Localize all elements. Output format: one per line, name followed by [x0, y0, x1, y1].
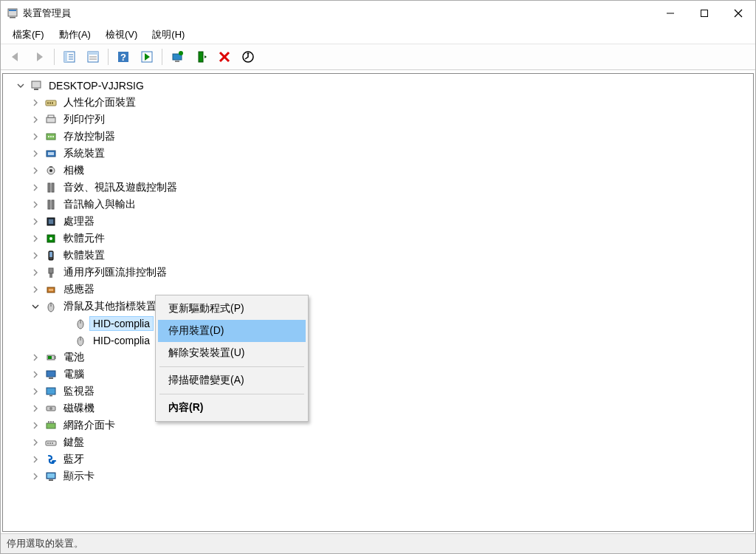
svg-rect-82: [47, 473, 55, 478]
chevron-right-icon[interactable]: [30, 148, 41, 160]
tree-category[interactable]: 音訊輸入與輸出: [7, 196, 753, 213]
tree-category[interactable]: 音效、視訊及遊戲控制器: [7, 179, 753, 196]
chevron-right-icon[interactable]: [30, 471, 41, 482]
chevron-right-icon[interactable]: [30, 199, 41, 211]
update-driver-button[interactable]: [166, 46, 188, 68]
tree-device[interactable]: HID-complia: [7, 315, 753, 332]
category-icon: [44, 453, 58, 466]
tree-category[interactable]: 鍵盤: [7, 434, 753, 451]
toolbar: ?: [1, 44, 755, 70]
chevron-right-icon[interactable]: [30, 352, 41, 363]
chevron-right-icon[interactable]: [30, 250, 41, 261]
help-button[interactable]: ?: [112, 46, 134, 68]
chevron-right-icon[interactable]: [30, 420, 41, 431]
tree-item-label: 存放控制器: [61, 129, 118, 144]
context-menu-separator: [159, 394, 304, 394]
category-icon: [44, 249, 58, 262]
tree-device[interactable]: HID-complia: [7, 332, 753, 349]
chevron-right-icon[interactable]: [30, 182, 41, 194]
menu-help[interactable]: 說明(H): [145, 26, 192, 44]
scan-hardware-button[interactable]: [237, 46, 259, 68]
tree-category[interactable]: 系統裝置: [7, 145, 753, 162]
svg-rect-74: [48, 421, 49, 423]
category-icon: [44, 266, 58, 279]
chevron-right-icon[interactable]: [30, 114, 41, 126]
tree-category[interactable]: 相機: [7, 162, 753, 179]
context-menu-properties[interactable]: 內容(R): [158, 397, 306, 419]
chevron-right-icon[interactable]: [30, 131, 41, 143]
tree-category[interactable]: 磁碟機: [7, 400, 753, 417]
statusbar-text: 停用選取的裝置。: [7, 537, 83, 550]
tree-category[interactable]: 軟體裝置: [7, 247, 753, 264]
context-menu-uninstall-device[interactable]: 解除安裝裝置(U): [158, 342, 306, 364]
chevron-right-icon[interactable]: [30, 216, 41, 228]
category-icon: [44, 470, 58, 483]
category-icon: [44, 198, 58, 211]
context-menu-scan-hardware[interactable]: 掃描硬體變更(A): [158, 369, 306, 391]
svg-rect-78: [47, 442, 49, 444]
menu-action[interactable]: 動作(A): [52, 26, 98, 44]
device-tree[interactable]: DESKTOP-VJJRSIG 人性化介面裝置列印佇列存放控制器系統裝置相機音效…: [3, 74, 753, 531]
tree-category[interactable]: 列印佇列: [7, 111, 753, 128]
tree-category[interactable]: 人性化介面裝置: [7, 94, 753, 111]
tree-category[interactable]: 軟體元件: [7, 230, 753, 247]
toolbar-separator: [54, 49, 55, 65]
tree-category[interactable]: 滑鼠及其他指標裝置: [7, 298, 753, 315]
tree-item-label: 通用序列匯流排控制器: [61, 265, 170, 280]
nav-back-button[interactable]: [4, 46, 27, 68]
tree-item-label: 滑鼠及其他指標裝置: [61, 299, 159, 314]
svg-rect-8: [64, 52, 67, 62]
svg-point-36: [50, 136, 52, 137]
svg-rect-32: [47, 117, 55, 123]
properties-button[interactable]: [82, 46, 104, 68]
tree-category[interactable]: 存放控制器: [7, 128, 753, 145]
chevron-right-icon[interactable]: [30, 403, 41, 414]
chevron-right-icon[interactable]: [30, 437, 41, 448]
tree-root[interactable]: DESKTOP-VJJRSIG: [7, 77, 753, 94]
chevron-right-icon[interactable]: [30, 454, 41, 465]
context-menu-disable-device[interactable]: 停用裝置(D): [158, 320, 306, 342]
category-icon: [44, 181, 58, 194]
tree-category[interactable]: 監視器: [7, 383, 753, 400]
svg-rect-57: [49, 289, 53, 291]
chevron-right-icon[interactable]: [30, 165, 41, 177]
uninstall-device-button[interactable]: [213, 46, 236, 68]
svg-rect-27: [34, 89, 38, 90]
show-tree-button[interactable]: [58, 46, 80, 68]
minimize-button[interactable]: [653, 1, 687, 26]
chevron-right-icon[interactable]: [30, 284, 41, 295]
chevron-down-icon[interactable]: [15, 80, 27, 92]
context-menu-update-driver[interactable]: 更新驅動程式(P): [158, 298, 306, 320]
maximize-button[interactable]: [687, 1, 721, 26]
tree-category[interactable]: 藍牙: [7, 451, 753, 468]
svg-rect-75: [50, 421, 52, 423]
tree-category[interactable]: 通用序列匯流排控制器: [7, 264, 753, 281]
svg-rect-45: [48, 200, 50, 209]
chevron-right-icon[interactable]: [30, 267, 41, 278]
tree-category[interactable]: 感應器: [7, 281, 753, 298]
close-button[interactable]: [721, 1, 755, 26]
svg-rect-44: [52, 183, 54, 192]
chevron-right-icon[interactable]: [30, 386, 41, 397]
tree-category[interactable]: 網路介面卡: [7, 417, 753, 434]
device-manager-window: 裝置管理員 檔案(F) 動作(A) 檢視(V) 說明(H): [0, 0, 756, 554]
chevron-right-icon[interactable]: [30, 233, 41, 244]
svg-rect-42: [49, 166, 52, 168]
category-icon: [44, 232, 58, 245]
menu-view[interactable]: 檢視(V): [98, 26, 145, 44]
refresh-button[interactable]: [136, 46, 158, 68]
tree-item-label: 電腦: [61, 367, 87, 382]
enable-device-button[interactable]: [190, 46, 212, 68]
chevron-right-icon[interactable]: [30, 369, 41, 380]
chevron-down-icon[interactable]: [30, 301, 41, 312]
svg-rect-65: [55, 356, 56, 359]
tree-category[interactable]: 處理器: [7, 213, 753, 230]
menu-file[interactable]: 檔案(F): [5, 26, 52, 44]
toolbar-separator: [162, 49, 162, 65]
nav-forward-button[interactable]: [28, 46, 50, 68]
svg-rect-2: [9, 10, 16, 11]
tree-category[interactable]: 電腦: [7, 366, 753, 383]
chevron-right-icon[interactable]: [30, 97, 41, 109]
tree-category[interactable]: 電池: [7, 349, 753, 366]
tree-category[interactable]: 顯示卡: [7, 468, 753, 485]
